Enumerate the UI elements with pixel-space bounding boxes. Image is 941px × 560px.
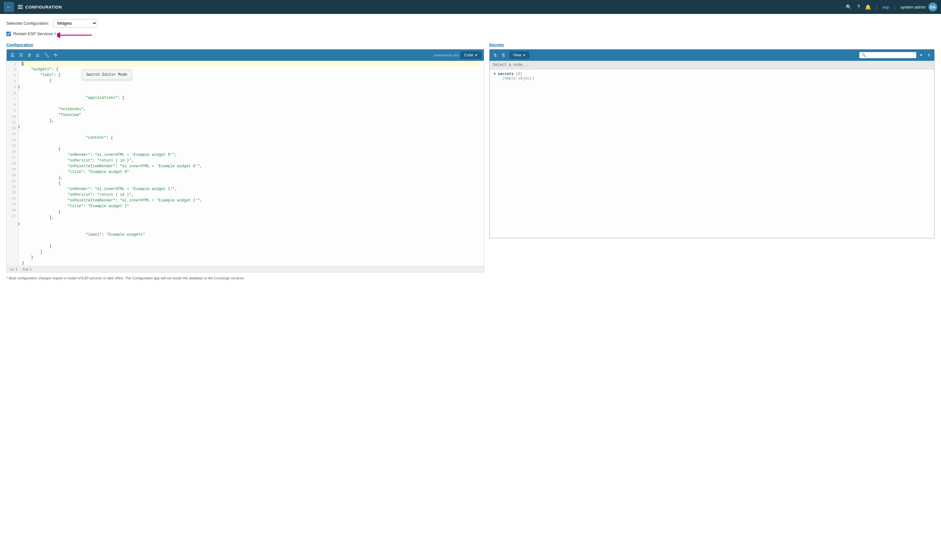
filter-down-icon[interactable]: ▼ [918,52,924,58]
secrets-tree: ▼ secrets {0} (empty object) [490,69,934,83]
secrets-content: Select a node... ▼ secrets {0} (empty ob… [490,61,934,238]
code-line-10: { [22,146,481,152]
code-line-16: { [22,180,481,186]
user-area[interactable]: system admin SA [901,3,937,11]
align-icon2[interactable]: ☴ [18,52,25,58]
main-content: Selected Configuration: Widgets Default … [0,14,941,560]
code-line-7: "flexview" [22,112,481,118]
code-line-26: } [22,255,481,260]
config-select-row: Selected Configuration: Widgets Default … [6,19,935,28]
tree-secrets-meta: {0} [516,72,522,76]
code-line-9: 2 "content": [ [22,123,481,146]
search-button[interactable]: 🔍 [846,4,852,10]
secrets-view-button[interactable]: View ▼ [510,52,530,58]
back-button[interactable]: ← [4,2,14,12]
code-line-15: }, [22,175,481,180]
select-node-bar: Select a node... [490,61,934,69]
code-line-6: "notebooks", [22,106,481,112]
col-number: Col: 1 [23,267,32,271]
code-line-27: } [22,260,481,266]
notification-button[interactable]: 🔔 [865,4,871,10]
svg-rect-1 [18,7,23,7]
code-line-19: "onPaletteItemRender": "el.innerHTML = '… [22,198,481,203]
panels-row: Configuration ☰ ☴ ⇵ ⚖ 🔧 ↻ powered by ace… [6,42,935,272]
code-line-25: ] [22,249,481,255]
editor-toolbar: ☰ ☴ ⇵ ⚖ 🔧 ↻ powered by ace Code ▼ [7,49,484,61]
code-line-1: | [22,61,481,66]
right-panel: Secrets ⇅ ⇅ View ▼ 🔍 ▼ ⇕ [489,42,935,272]
code-line-11: "onRender": "el.innerHTML = 'Example wid… [22,152,481,158]
top-navigation: ← CONFIGURATION 🔍 ? 🔔 | esp | system adm… [0,0,941,14]
secrets-search-input[interactable] [867,53,914,57]
code-line-14: "title": "Example widget 0" [22,169,481,175]
dropdown-arrow-icon: ▼ [474,54,478,57]
line-number: Ln: 1 [10,267,17,271]
svg-point-4 [21,6,22,8]
line-numbers: 1234 5678 9101112 13141516 17181920 2122… [7,61,19,266]
help-button[interactable]: ? [857,4,860,10]
secrets-expand-icon[interactable]: ⇅ [492,52,498,58]
view-dropdown-arrow-icon: ▼ [522,54,526,57]
undo-icon[interactable]: ↻ [52,52,59,58]
status-bar: Ln: 1 Col: 1 [7,266,484,272]
secrets-search-box[interactable]: 🔍 [859,52,916,58]
search-icon: 🔍 [861,53,866,57]
svg-rect-2 [18,8,23,9]
powered-by-label: powered by ace [434,53,459,57]
align-left-icon[interactable]: ☰ [9,52,16,58]
code-editor[interactable]: 1234 5678 9101112 13141516 17181920 2122… [7,61,484,266]
back-icon: ← [6,4,11,10]
secrets-collapse-icon[interactable]: ⇅ [500,52,507,58]
code-line-24: } [22,243,481,249]
avatar: SA [928,3,937,11]
editor-container: ☰ ☴ ⇵ ⚖ 🔧 ↻ powered by ace Code ▼ [6,49,484,272]
svg-rect-0 [18,5,23,6]
expand-icon[interactable]: ⇕ [926,52,932,58]
bottom-note: * Most configuration changes require a r… [6,276,935,280]
esp-label: esp [882,5,889,9]
sort-icon[interactable]: ⇵ [26,52,32,58]
code-line-20: "title": "Example widget 1" [22,203,481,209]
user-label: system admin [901,5,926,9]
view-label: View [513,53,522,57]
svg-point-5 [19,8,20,9]
restart-checkbox[interactable] [6,32,11,36]
code-line-18: "onPersist": "return { id }", [22,192,481,198]
code-line-21: } [22,209,481,215]
nav-divider2: | [894,5,895,9]
code-content: | "widgets": { "tabs": [ { 1 "applicatio… [19,61,484,266]
code-label: Code [464,53,473,57]
secrets-toolbar: ⇅ ⇅ View ▼ 🔍 ▼ ⇕ [490,49,934,61]
code-line-13: "onPaletteItemRender": "el.innerHTML = '… [22,163,481,169]
nav-right-area: 🔍 ? 🔔 | esp | system admin SA [846,3,937,11]
nav-divider: | [876,5,877,9]
tree-secrets-key: secrets [498,72,514,76]
svg-point-3 [19,5,20,6]
badge-1: 1 [19,84,19,91]
left-panel: Configuration ☰ ☴ ⇵ ⚖ 🔧 ↻ powered by ace… [6,42,484,272]
nav-title-area: CONFIGURATION [17,4,62,10]
configuration-heading: Configuration [6,42,484,47]
config-select-dropdown[interactable]: Widgets Default Custom [53,19,97,28]
tools-icon[interactable]: 🔧 [43,52,51,58]
code-line-5: 1 "applications": [ [22,84,481,106]
tree-secrets-row[interactable]: ▼ secrets {0} [494,72,930,76]
code-line-8: ], [22,118,481,123]
code-line-17: "onRender": "el.innerHTML = 'Example wid… [22,186,481,192]
code-line-22: ], [22,215,481,220]
tree-toggle-icon[interactable]: ▼ [494,72,496,76]
secrets-heading: Secrets [489,42,935,47]
filter-icon[interactable]: ⚖ [34,52,41,58]
config-select-label: Selected Configuration: [6,21,49,26]
restart-label[interactable]: Restart ESP Services + [13,31,56,36]
arrow-annotation [57,29,95,41]
switch-editor-tooltip: Switch Editor Mode [82,70,131,80]
tree-empty-object: (empty object) [502,76,930,81]
badge-3: 3 [19,220,19,228]
code-mode-button[interactable]: Code ▼ [460,52,481,58]
code-line-23: 3 "label": "Example widgets" [22,220,481,243]
code-line-12: "onPersist": "return { id }", [22,158,481,163]
secrets-container: ⇅ ⇅ View ▼ 🔍 ▼ ⇕ Select a n [489,49,935,238]
config-menu-icon [17,4,23,10]
badge-2: 2 [19,123,19,131]
